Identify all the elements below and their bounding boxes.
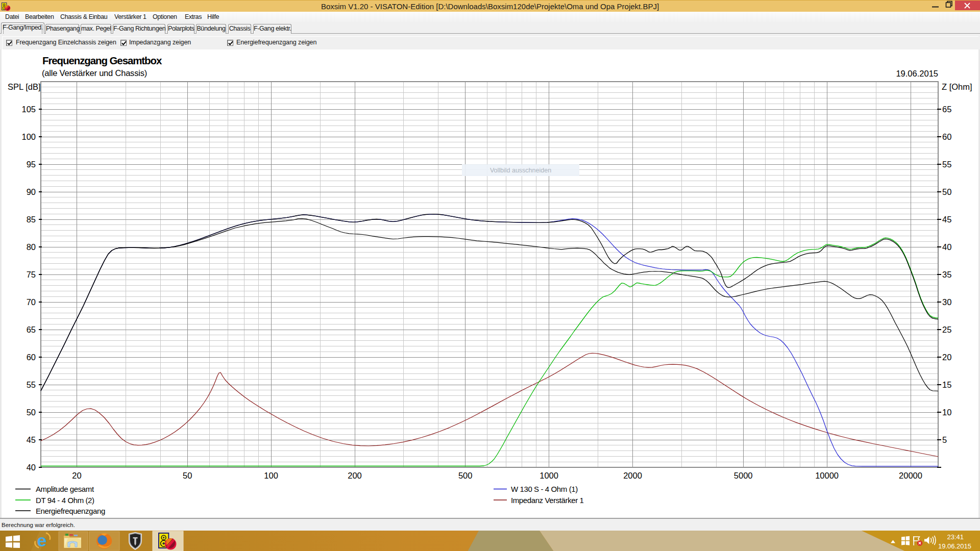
svg-text:2000: 2000 [623,471,642,480]
svg-text:1000: 1000 [540,471,558,480]
svg-text:23:41: 23:41 [947,533,964,541]
svg-text:(alle Verstärker und Chassis): (alle Verstärker und Chassis) [42,68,147,78]
svg-text:25: 25 [942,325,951,334]
svg-text:70: 70 [27,297,36,307]
svg-text:75: 75 [27,270,36,279]
svg-text:65: 65 [27,325,36,334]
svg-text:45: 45 [27,435,36,444]
svg-text:50: 50 [27,408,36,417]
svg-text:50: 50 [183,471,192,480]
svg-text:19.06.2015: 19.06.2015 [896,69,938,78]
svg-text:Frequenzgang Gesamtbox: Frequenzgang Gesamtbox [42,55,162,66]
svg-text:85: 85 [27,215,36,224]
svg-text:40: 40 [27,463,36,472]
svg-text:20: 20 [942,353,951,362]
svg-text:20000: 20000 [899,471,922,480]
svg-text:65: 65 [942,105,951,114]
svg-text:SPL [dB]: SPL [dB] [8,82,41,91]
svg-text:55: 55 [27,380,36,389]
svg-text:50: 50 [942,187,951,196]
svg-text:5: 5 [942,435,947,444]
svg-text:Amplitude gesamt: Amplitude gesamt [36,485,94,493]
svg-text:100: 100 [264,471,278,480]
svg-text:Vollbild ausschneiden: Vollbild ausschneiden [490,167,551,174]
svg-text:200: 200 [348,471,362,480]
svg-text:45: 45 [942,215,951,224]
svg-text:10: 10 [942,408,951,417]
svg-text:5000: 5000 [734,471,753,480]
svg-text:60: 60 [942,132,951,141]
svg-text:DT 94 - 4 Ohm (2): DT 94 - 4 Ohm (2) [36,496,94,505]
svg-text:105: 105 [21,105,36,114]
svg-text:40: 40 [942,242,951,252]
svg-text:15: 15 [942,380,951,389]
svg-text:W 130 S - 4 Ohm (1): W 130 S - 4 Ohm (1) [511,485,578,493]
svg-text:90: 90 [27,187,36,196]
svg-text:95: 95 [27,160,36,169]
svg-text:Z [Ohm]: Z [Ohm] [942,82,972,91]
svg-text:500: 500 [458,471,473,480]
svg-text:Impedanz Verstärker 1: Impedanz Verstärker 1 [511,496,584,505]
svg-text:10000: 10000 [815,471,839,480]
svg-text:60: 60 [27,353,36,362]
svg-text:100: 100 [21,132,36,141]
svg-text:80: 80 [27,242,36,252]
svg-text:20: 20 [72,471,81,480]
svg-text:35: 35 [942,270,951,279]
svg-text:55: 55 [942,160,951,169]
svg-text:30: 30 [942,297,951,307]
svg-text:19.06.2015: 19.06.2015 [938,542,971,550]
svg-text:Energiefrequenzgang: Energiefrequenzgang [36,507,105,515]
